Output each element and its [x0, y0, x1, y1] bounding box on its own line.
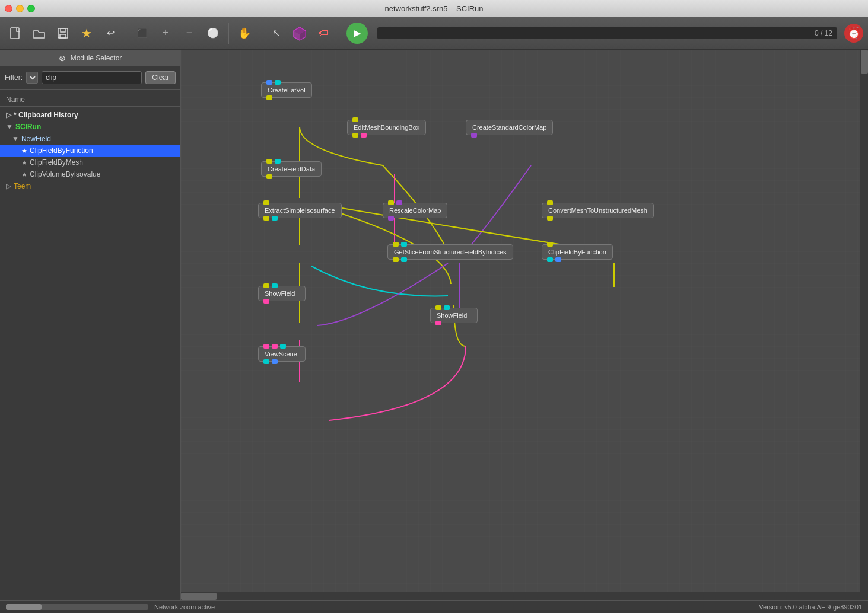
port[interactable] [471, 133, 477, 138]
open-button[interactable] [28, 23, 50, 44]
pan-button[interactable]: ✋ [234, 23, 255, 44]
port[interactable] [266, 80, 272, 85]
3d-view-button[interactable] [289, 23, 310, 44]
port[interactable] [263, 359, 269, 364]
ports-top [266, 80, 281, 85]
favorite-button[interactable]: ★ [76, 23, 97, 44]
node-label: ShowField [437, 312, 467, 319]
scirun-label: SCIRun [15, 123, 41, 131]
clipvolumebyiso-label: ClipVolumeByIsovalue [30, 170, 100, 178]
port[interactable] [263, 200, 269, 205]
sidebar-item-teem[interactable]: ▷ Teem [0, 180, 180, 192]
new-button[interactable] [5, 23, 26, 44]
node-convertmesh[interactable]: ConvertMeshToUnstructuredMesh [542, 203, 654, 218]
node-showfield2[interactable]: ShowField [430, 308, 478, 323]
navigate-button[interactable]: ⬛ [131, 23, 152, 44]
filter-type-select[interactable]: ▼ [26, 72, 38, 84]
add-module-button[interactable]: + [155, 23, 176, 44]
canvas-area[interactable]: CreateLatVol EditMeshBoundingBox CreateS… [181, 50, 868, 600]
center-button[interactable]: ⚪ [202, 23, 224, 44]
window-title: networkstuff2.srn5 – SCIRun [385, 4, 484, 13]
port[interactable] [547, 257, 553, 262]
undo-button[interactable]: ↩ [100, 23, 121, 44]
port[interactable] [263, 344, 269, 349]
sidebar-item-clipfieldbyfunc[interactable]: ★ ClipFieldByFunction [0, 145, 180, 157]
port[interactable] [266, 159, 272, 164]
scrollbar-thumb-bottom[interactable] [181, 593, 217, 600]
canvas-scrollbar-bottom[interactable] [181, 592, 860, 600]
node-label: RescaleColorMap [389, 207, 441, 214]
sidebar-scrollbar[interactable] [6, 604, 148, 610]
sidebar-collapse-icon[interactable]: ⊗ [59, 53, 66, 63]
sidebar-item-newfield[interactable]: ▼ NewField [0, 133, 180, 145]
remove-module-button[interactable]: − [179, 23, 200, 44]
node-viewscene[interactable]: ViewScene [258, 346, 306, 362]
port[interactable] [263, 216, 269, 221]
sidebar-item-scirun[interactable]: ▼ SCIRun [0, 121, 180, 133]
port[interactable] [352, 133, 358, 138]
port[interactable] [266, 95, 272, 100]
node-label: ConvertMeshToUnstructuredMesh [548, 207, 647, 214]
node-extractsimpleiso[interactable]: ExtractSimpleIsosurface [258, 203, 342, 218]
port[interactable] [266, 174, 272, 179]
port[interactable] [435, 305, 441, 310]
toolbar-sep-1 [126, 23, 126, 44]
ports-bottom [352, 133, 367, 138]
minimize-button[interactable] [16, 5, 24, 12]
sidebar-item-clipfieldbymesh[interactable]: ★ ClipFieldByMesh [0, 157, 180, 168]
select-button[interactable]: ↖ [265, 23, 287, 44]
port[interactable] [272, 359, 278, 364]
ports-bottom [266, 174, 272, 179]
port[interactable] [396, 200, 402, 205]
clock-button[interactable]: ⏰ [844, 24, 863, 43]
port[interactable] [393, 242, 399, 247]
port[interactable] [272, 344, 278, 349]
sidebar-title: Module Selector [71, 54, 122, 62]
port[interactable] [393, 257, 399, 262]
port[interactable] [263, 299, 269, 304]
node-createfielddata[interactable]: CreateFieldData [261, 161, 322, 177]
port[interactable] [352, 117, 358, 122]
port[interactable] [401, 242, 407, 247]
port[interactable] [388, 216, 394, 221]
filter-input[interactable] [42, 71, 142, 84]
port[interactable] [444, 305, 450, 310]
port[interactable] [388, 200, 394, 205]
maximize-button[interactable] [27, 5, 35, 12]
port[interactable] [361, 133, 367, 138]
triangle-icon: ▼ [12, 135, 19, 143]
traffic-lights[interactable] [5, 5, 35, 12]
port[interactable] [272, 216, 278, 221]
node-label: ClipFieldByFunction [548, 248, 606, 256]
scrollbar-thumb-right[interactable] [861, 50, 868, 74]
port[interactable] [547, 242, 553, 247]
port[interactable] [401, 257, 407, 262]
port[interactable] [547, 200, 553, 205]
node-editmeshbbox[interactable]: EditMeshBoundingBox [347, 120, 426, 135]
tag-button[interactable]: 🏷 [313, 23, 334, 44]
port[interactable] [547, 216, 553, 221]
run-button[interactable]: ▶ [346, 23, 368, 44]
filter-clear-button[interactable]: Clear [145, 71, 176, 84]
node-showfield1[interactable]: ShowField [258, 286, 306, 301]
node-getslice[interactable]: GetSliceFromStructuredFieldByIndices [387, 244, 513, 260]
node-createstdcolormap[interactable]: CreateStandardColorMap [466, 120, 553, 135]
port[interactable] [555, 257, 561, 262]
port[interactable] [275, 80, 281, 85]
port[interactable] [280, 344, 286, 349]
canvas-scrollbar-right[interactable] [860, 50, 868, 600]
port[interactable] [275, 159, 281, 164]
sidebar-item-clipvolumebyiso[interactable]: ★ ClipVolumeByIsovalue [0, 168, 180, 180]
sidebar-item-clipboard[interactable]: ▷ * Clipboard History [0, 109, 180, 121]
node-createlatvol[interactable]: CreateLatVol [261, 82, 312, 98]
save-button[interactable] [52, 23, 74, 44]
sidebar-scrollbar-thumb[interactable] [6, 604, 42, 610]
module-tree: Name ▷ * Clipboard History ▼ SCIRun ▼ Ne… [0, 90, 180, 600]
port[interactable] [435, 321, 441, 325]
node-clipfieldbyfunc-right[interactable]: ClipFieldByFunction [542, 244, 613, 260]
teem-label: Teem [14, 182, 31, 190]
port[interactable] [263, 283, 269, 288]
close-button[interactable] [5, 5, 12, 12]
node-rescalecolormap[interactable]: RescaleColorMap [383, 203, 447, 218]
port[interactable] [272, 283, 278, 288]
